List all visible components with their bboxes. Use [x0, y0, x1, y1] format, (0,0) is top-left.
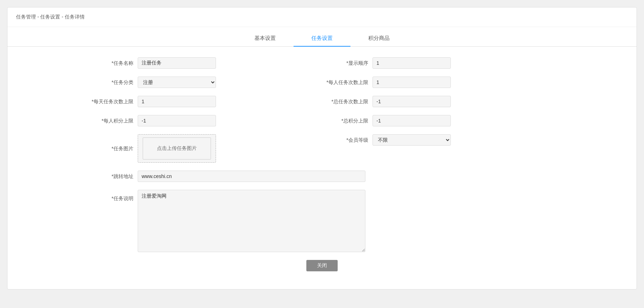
- tabs-nav: 基本设置 任务设置 积分商品: [7, 31, 637, 47]
- form-group-per-person-limit: *每人任务次数上限: [322, 77, 557, 88]
- breadcrumb-text: 任务管理 - 任务设置 - 任务详情: [16, 14, 85, 20]
- form-group-redirect-url: *跳转地址: [87, 171, 557, 182]
- total-points-input[interactable]: [373, 115, 451, 126]
- per-person-points-input[interactable]: [138, 115, 216, 126]
- form-group-task-name: *任务名称: [87, 57, 322, 69]
- task-image-label: *任务图片: [87, 143, 133, 154]
- display-order-input[interactable]: [373, 57, 451, 69]
- form-group-task-image: *任务图片 点击上传任务图片: [87, 134, 322, 163]
- form-group-per-person-points: *每人积分上限: [87, 115, 322, 126]
- form-group-display-order: *显示顺序: [322, 57, 557, 69]
- redirect-url-label: *跳转地址: [87, 171, 133, 182]
- form-row-5: *任务图片 点击上传任务图片 *会员等级 不限 普通会员 VIP会员 金牌会员: [87, 134, 557, 163]
- display-order-label: *显示顺序: [322, 57, 368, 69]
- button-area: 关闭: [87, 260, 557, 271]
- form-group-total-limit: *总任务次数上限: [322, 96, 557, 107]
- task-name-input[interactable]: [138, 57, 216, 69]
- close-button[interactable]: 关闭: [306, 260, 338, 271]
- form-row-1: *任务名称 *显示顺序: [87, 57, 557, 69]
- form-row-2: *任务分类 注册 登录 购买 分享 *每人任务次数上限: [87, 77, 557, 88]
- redirect-url-input[interactable]: [138, 171, 365, 182]
- per-person-limit-input[interactable]: [373, 77, 451, 88]
- task-image-upload-btn[interactable]: 点击上传任务图片: [138, 134, 216, 163]
- task-desc-textarea[interactable]: 注册爱淘网: [138, 190, 365, 252]
- tab-basic[interactable]: 基本设置: [237, 31, 294, 47]
- total-limit-label: *总任务次数上限: [322, 96, 368, 107]
- form-group-daily-limit: *每天任务次数上限: [87, 96, 322, 107]
- task-desc-label: *任务说明: [87, 193, 133, 204]
- form-group-task-category: *任务分类 注册 登录 购买 分享: [87, 77, 322, 88]
- form-container: *任务名称 *显示顺序 *任务分类 注册 登录 购买 分享: [73, 47, 571, 289]
- task-name-label: *任务名称: [87, 57, 133, 69]
- daily-limit-input[interactable]: [138, 96, 216, 107]
- breadcrumb: 任务管理 - 任务设置 - 任务详情: [7, 7, 637, 27]
- task-category-select[interactable]: 注册 登录 购买 分享: [138, 77, 216, 88]
- total-limit-input[interactable]: [373, 96, 451, 107]
- task-category-label: *任务分类: [87, 77, 133, 88]
- form-row-3: *每天任务次数上限 *总任务次数上限: [87, 96, 557, 107]
- form-row-6: *跳转地址: [87, 171, 557, 182]
- tab-points[interactable]: 积分商品: [350, 31, 407, 47]
- per-person-points-label: *每人积分上限: [87, 115, 133, 126]
- tab-task[interactable]: 任务设置: [294, 31, 350, 47]
- main-panel: 任务管理 - 任务设置 - 任务详情 基本设置 任务设置 积分商品 *任务名称: [7, 7, 637, 289]
- form-group-task-desc: *任务说明 注册爱淘网: [87, 190, 557, 252]
- form-group-total-points: *总积分上限: [322, 115, 557, 126]
- form-row-7: *任务说明 注册爱淘网: [87, 190, 557, 252]
- form-group-member-level: *会员等级 不限 普通会员 VIP会员 金牌会员: [322, 134, 557, 146]
- form-row-4: *每人积分上限 *总积分上限: [87, 115, 557, 126]
- upload-btn-text: 点击上传任务图片: [157, 145, 197, 152]
- member-level-select[interactable]: 不限 普通会员 VIP会员 金牌会员: [373, 134, 451, 146]
- total-points-label: *总积分上限: [322, 115, 368, 126]
- member-level-label: *会员等级: [322, 134, 368, 146]
- daily-limit-label: *每天任务次数上限: [87, 96, 133, 107]
- page-container: 任务管理 - 任务设置 - 任务详情 基本设置 任务设置 积分商品 *任务名称: [0, 0, 644, 308]
- per-person-limit-label: *每人任务次数上限: [322, 77, 368, 88]
